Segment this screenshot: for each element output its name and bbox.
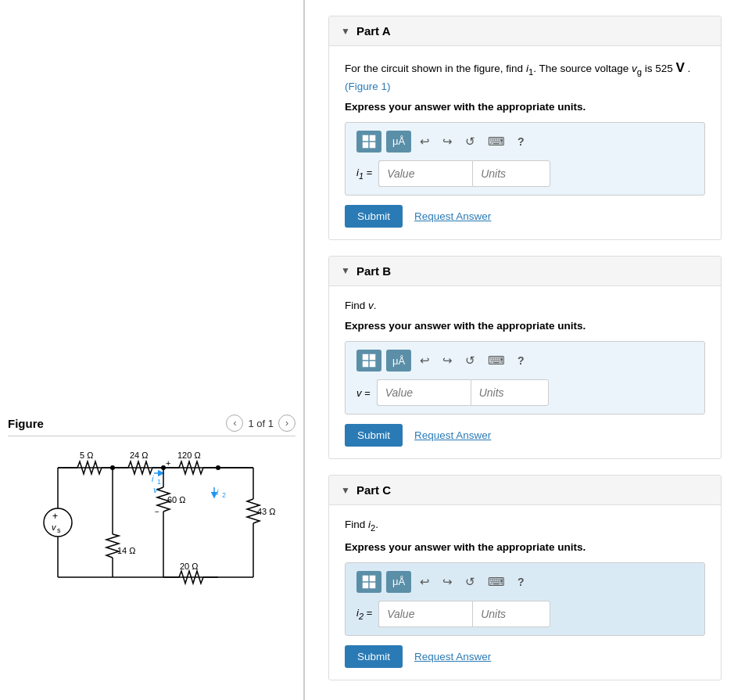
part-c-grid-btn[interactable]: [356, 571, 381, 593]
part-c-header: ▼ Part C: [329, 476, 721, 505]
part-c-chevron[interactable]: ▼: [341, 485, 350, 496]
svg-rect-46: [370, 354, 375, 360]
part-c-input-label: i2 =: [356, 607, 372, 621]
svg-text:+: +: [166, 458, 170, 468]
part-b-units-input[interactable]: [471, 379, 549, 406]
svg-rect-51: [363, 583, 368, 588]
part-c-instruction: Express your answer with the appropriate…: [345, 541, 705, 553]
svg-text:5 Ω: 5 Ω: [80, 451, 93, 460]
part-b-value-input[interactable]: [377, 379, 471, 406]
figure-1-link-a[interactable]: (Figure 1): [345, 81, 391, 92]
part-a-redo-btn[interactable]: ↪: [439, 132, 457, 151]
figure-nav: ‹ 1 of 1 ›: [226, 415, 295, 432]
part-c-units-input[interactable]: [472, 601, 550, 627]
figure-count: 1 of 1: [248, 418, 274, 429]
part-c-action-row: Submit Request Answer: [345, 645, 705, 668]
part-b-instruction: Express your answer with the appropriate…: [345, 320, 705, 332]
svg-text:14 Ω: 14 Ω: [117, 546, 136, 555]
svg-text:−: −: [155, 508, 159, 516]
part-b-undo-btn[interactable]: ↩: [416, 351, 434, 370]
svg-rect-49: [363, 576, 368, 581]
part-c-toolbar: μÅ ↩ ↪ ↺ ⌨ ?: [356, 571, 693, 593]
part-a-undo-btn[interactable]: ↩: [416, 132, 434, 151]
figure-header: Figure ‹ 1 of 1 ›: [8, 415, 295, 436]
part-b-section: ▼ Part B Find v. Express your answer wit…: [328, 256, 722, 459]
prev-figure-button[interactable]: ‹: [226, 415, 243, 432]
part-a-input-row: i1 =: [356, 160, 693, 187]
part-a-body: For the circuit shown in the figure, fin…: [329, 46, 721, 239]
svg-text:1: 1: [157, 478, 161, 486]
part-c-answer-box: μÅ ↩ ↪ ↺ ⌨ ? i2 =: [345, 562, 705, 636]
part-b-grid-btn[interactable]: [356, 350, 381, 372]
part-a-submit-button[interactable]: Submit: [345, 205, 403, 228]
svg-text:i: i: [217, 487, 219, 497]
part-a-value-input[interactable]: [378, 160, 472, 187]
svg-text:120 Ω: 120 Ω: [177, 451, 201, 460]
svg-text:60 Ω: 60 Ω: [167, 495, 186, 504]
part-a-action-row: Submit Request Answer: [345, 205, 705, 228]
part-c-description: Find i2.: [345, 517, 705, 535]
svg-text:i: i: [152, 474, 154, 483]
circuit-diagram: + v s 5 Ω 14 Ω 24 Ω i 1: [8, 444, 295, 601]
grid-icon-b: [362, 354, 376, 368]
part-a-grid-btn[interactable]: [356, 131, 381, 153]
part-a-instruction: Express your answer with the appropriate…: [345, 101, 705, 113]
svg-rect-43: [363, 142, 368, 148]
part-a-mu-btn[interactable]: μÅ: [386, 131, 411, 153]
svg-rect-45: [363, 354, 368, 360]
part-a-units-input[interactable]: [472, 160, 550, 187]
left-panel: Figure ‹ 1 of 1 › + v s 5: [0, 0, 305, 700]
part-c-mu-btn[interactable]: μÅ: [386, 571, 411, 593]
svg-rect-41: [363, 135, 368, 141]
part-b-help-btn[interactable]: ?: [514, 352, 528, 369]
part-b-body: Find v. Express your answer with the app…: [329, 286, 721, 458]
part-b-action-row: Submit Request Answer: [345, 424, 705, 447]
part-c-label: Part C: [356, 483, 391, 497]
figure-title: Figure: [8, 417, 44, 430]
part-b-redo-btn[interactable]: ↪: [439, 351, 457, 370]
part-b-answer-box: μÅ ↩ ↪ ↺ ⌨ ? v =: [345, 341, 705, 415]
right-panel: ▼ Part A For the circuit shown in the fi…: [305, 0, 745, 700]
part-c-section: ▼ Part C Find i2. Express your answer wi…: [328, 475, 722, 680]
part-c-reset-btn[interactable]: ↺: [461, 573, 479, 591]
part-b-chevron[interactable]: ▼: [341, 265, 350, 276]
part-c-value-input[interactable]: [378, 601, 472, 627]
svg-rect-42: [370, 135, 375, 141]
part-a-keyboard-btn[interactable]: ⌨: [484, 132, 509, 151]
svg-rect-50: [370, 576, 375, 581]
part-a-request-answer-link[interactable]: Request Answer: [414, 210, 491, 222]
part-c-help-btn[interactable]: ?: [514, 573, 528, 591]
next-figure-button[interactable]: ›: [278, 415, 295, 432]
part-a-section: ▼ Part A For the circuit shown in the fi…: [328, 16, 722, 240]
part-b-request-answer-link[interactable]: Request Answer: [414, 429, 491, 441]
part-b-mu-btn[interactable]: μÅ: [386, 350, 411, 372]
part-a-reset-btn[interactable]: ↺: [461, 132, 479, 151]
svg-text:24 Ω: 24 Ω: [130, 451, 149, 460]
svg-text:43 Ω: 43 Ω: [257, 507, 276, 516]
part-b-submit-button[interactable]: Submit: [345, 424, 403, 447]
svg-text:2: 2: [222, 491, 226, 499]
part-a-description: For the circuit shown in the figure, fin…: [345, 58, 705, 95]
part-b-keyboard-btn[interactable]: ⌨: [484, 351, 509, 370]
part-c-keyboard-btn[interactable]: ⌨: [484, 573, 509, 591]
part-a-help-btn[interactable]: ?: [514, 133, 528, 150]
part-c-request-answer-link[interactable]: Request Answer: [414, 651, 491, 662]
grid-icon: [362, 135, 376, 149]
svg-text:+: +: [52, 511, 58, 522]
svg-rect-47: [363, 361, 368, 367]
part-b-input-row: v =: [356, 379, 693, 406]
part-a-answer-box: μÅ ↩ ↪ ↺ ⌨ ? i1 =: [345, 122, 705, 196]
svg-rect-44: [370, 142, 375, 148]
part-a-input-label: i1 =: [356, 167, 372, 181]
part-b-toolbar: μÅ ↩ ↪ ↺ ⌨ ?: [356, 350, 693, 372]
part-a-toolbar: μÅ ↩ ↪ ↺ ⌨ ?: [356, 131, 693, 153]
circuit-svg: + v s 5 Ω 14 Ω 24 Ω i 1: [27, 444, 277, 601]
part-c-undo-btn[interactable]: ↩: [416, 573, 434, 591]
part-a-chevron[interactable]: ▼: [341, 26, 350, 37]
part-a-label: Part A: [356, 24, 391, 38]
part-c-submit-button[interactable]: Submit: [345, 645, 403, 668]
part-c-input-row: i2 =: [356, 601, 693, 627]
part-c-redo-btn[interactable]: ↪: [439, 573, 457, 591]
part-b-reset-btn[interactable]: ↺: [461, 351, 479, 370]
svg-rect-52: [370, 583, 375, 588]
